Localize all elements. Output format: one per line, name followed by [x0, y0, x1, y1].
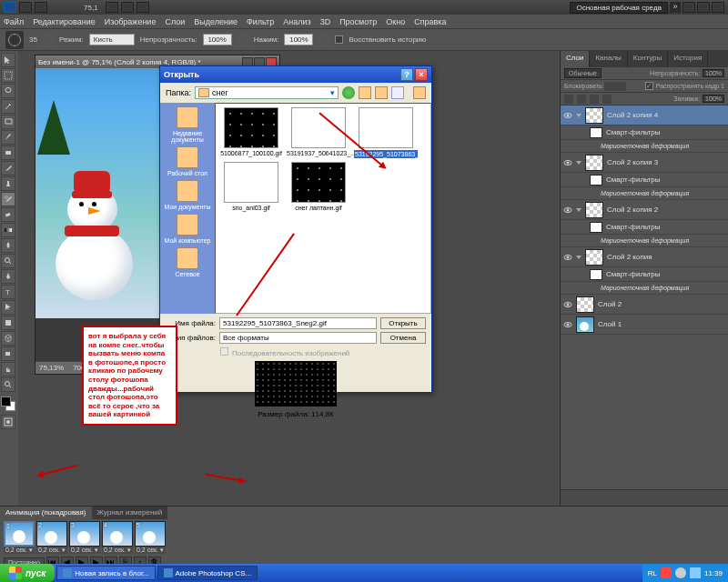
layer-name[interactable]: Смарт-фильтры — [606, 223, 660, 231]
tray-network-icon[interactable] — [690, 567, 701, 578]
lock-brush-icon[interactable] — [577, 95, 586, 104]
airbrush-icon[interactable] — [318, 34, 329, 46]
animation-frame[interactable]: 10,2 сек. ▾ — [4, 521, 35, 554]
pen-tool-icon[interactable] — [1, 269, 15, 284]
taskbar-task[interactable]: Adobe Photoshop CS... — [157, 566, 258, 580]
menu-выделение[interactable]: Выделение — [194, 17, 238, 26]
layer-name[interactable]: Марионеточная деформация — [601, 190, 689, 196]
taskbar-task[interactable]: Новая запись в блог... — [56, 566, 155, 580]
marquee-tool-icon[interactable] — [1, 68, 15, 83]
panel-tab[interactable]: Контуры — [628, 51, 668, 67]
brush-preset-icon[interactable] — [43, 32, 54, 48]
disclosure-icon[interactable] — [576, 114, 581, 117]
workspace-more-icon[interactable]: » — [670, 2, 681, 13]
menu-справка[interactable]: Справка — [414, 17, 446, 26]
tray-gear-icon[interactable] — [675, 567, 686, 578]
arrange-icon[interactable] — [121, 2, 134, 13]
layer-row[interactable]: Слой 2 копия 2 — [561, 200, 728, 220]
brush-tool-icon[interactable] — [1, 161, 15, 176]
menu-3d[interactable]: 3D — [320, 17, 331, 26]
menu-слои[interactable]: Слои — [165, 17, 185, 26]
3d-tool-icon[interactable] — [1, 331, 15, 346]
animation-frame[interactable]: 30,2 сек. ▾ — [69, 521, 100, 554]
layer-name[interactable]: Смарт-фильтры — [606, 270, 660, 278]
lock-position-icon[interactable] — [615, 82, 626, 91]
visibility-icon[interactable] — [563, 300, 572, 309]
layer-row[interactable]: Смарт-фильтры — [561, 125, 728, 140]
layer-thumbnail[interactable] — [590, 175, 602, 186]
layer-row[interactable]: Слой 1 — [561, 315, 728, 335]
layer-name[interactable]: Марионеточная деформация — [601, 285, 689, 291]
layer-thumbnail[interactable] — [590, 269, 602, 280]
lock-trans-icon[interactable] — [564, 95, 573, 104]
visibility-icon[interactable] — [563, 111, 572, 120]
place-item[interactable]: Мои документы — [164, 180, 210, 210]
screenmode-icon[interactable] — [136, 2, 149, 13]
mode-select[interactable]: Кисть — [89, 34, 135, 45]
file-thumbnail[interactable]: sno_ani03.gif — [219, 162, 283, 211]
gradient-tool-icon[interactable] — [1, 223, 15, 237]
open-button[interactable]: Открыть — [380, 317, 426, 329]
pressure-opacity-icon[interactable] — [238, 34, 248, 46]
language-indicator[interactable]: RL — [648, 569, 657, 577]
move-tool-icon[interactable] — [1, 53, 15, 67]
disclosure-icon[interactable] — [576, 256, 581, 259]
layer-row[interactable]: Марионеточная деформация — [561, 187, 728, 200]
mini-bridge-icon[interactable] — [35, 2, 47, 13]
panel-tab[interactable]: Каналы — [590, 51, 627, 67]
layer-row[interactable]: Смарт-фильтры — [561, 220, 728, 235]
wand-tool-icon[interactable] — [1, 99, 15, 114]
file-list[interactable]: 51006877_100100.gif53191937_50641023_...… — [215, 103, 431, 314]
animation-frame[interactable]: 50,2 сек. ▾ — [135, 521, 166, 554]
eraser-tool-icon[interactable] — [1, 207, 15, 222]
system-tray[interactable]: RL 11:39 — [642, 564, 728, 582]
zoom-readout[interactable]: 75,1 — [84, 4, 98, 12]
type-tool-icon[interactable]: T — [1, 285, 15, 299]
visibility-icon[interactable] — [563, 206, 572, 215]
anim-tab[interactable]: Анимация (покадровая) — [0, 507, 92, 519]
layer-row[interactable]: Слой 2 — [561, 295, 728, 315]
anim-tab[interactable]: Журнал измерений — [92, 507, 168, 519]
layer-thumbnail[interactable] — [585, 107, 603, 124]
tray-shield-icon[interactable] — [661, 567, 672, 578]
layer-thumbnail[interactable] — [576, 316, 594, 333]
disclosure-icon[interactable] — [576, 208, 581, 212]
bridge-dlg-icon[interactable] — [413, 86, 426, 99]
place-item[interactable]: Рабочий стол — [167, 146, 207, 176]
view-rotate-icon[interactable] — [106, 2, 118, 13]
shape-tool-icon[interactable] — [1, 316, 15, 330]
window-close-icon[interactable] — [712, 2, 724, 13]
disclosure-icon[interactable] — [576, 161, 581, 165]
blur-tool-icon[interactable] — [1, 238, 15, 253]
dialog-help-icon[interactable]: ? — [400, 68, 413, 81]
place-item[interactable]: Сетевое — [175, 247, 199, 277]
views-icon[interactable] — [391, 86, 404, 99]
dodge-tool-icon[interactable] — [1, 254, 15, 268]
heal-tool-icon[interactable] — [1, 146, 15, 160]
layer-row[interactable]: Марионеточная деформация — [561, 140, 728, 153]
history-brush-tool-icon[interactable] — [1, 192, 15, 206]
layer-name[interactable]: Слой 2 копия 4 — [607, 111, 658, 119]
eyedropper-tool-icon[interactable] — [1, 130, 15, 145]
layer-thumbnail[interactable] — [585, 249, 603, 266]
3d-camera-tool-icon[interactable] — [1, 346, 15, 361]
zoom-tool-icon[interactable] — [1, 377, 15, 392]
layer-name[interactable]: Марионеточная деформация — [601, 237, 689, 244]
opacity-input[interactable]: 100% — [203, 34, 232, 45]
file-thumbnail[interactable]: 51006877_100100.gif — [219, 107, 283, 158]
layer-name[interactable]: Слой 2 копия — [607, 253, 652, 261]
menu-файл[interactable]: Файл — [4, 17, 24, 26]
layer-name[interactable]: Слой 2 — [598, 300, 622, 308]
visibility-icon[interactable] — [563, 158, 572, 167]
panel-tab[interactable]: История — [668, 51, 708, 67]
tool-preset-icon[interactable] — [5, 31, 24, 49]
layer-thumbnail[interactable] — [585, 155, 603, 171]
layer-name[interactable]: Смарт-фильтры — [606, 128, 660, 136]
visibility-icon[interactable] — [563, 320, 572, 329]
folder-select[interactable]: снег ▾ — [195, 86, 339, 99]
menu-окно[interactable]: Окно — [386, 17, 405, 26]
layer-thumbnail[interactable] — [590, 222, 602, 233]
blend-mode-select[interactable]: Обычные — [564, 68, 602, 78]
layer-row[interactable]: Слой 2 копия — [561, 247, 728, 267]
up-icon[interactable] — [359, 86, 371, 99]
